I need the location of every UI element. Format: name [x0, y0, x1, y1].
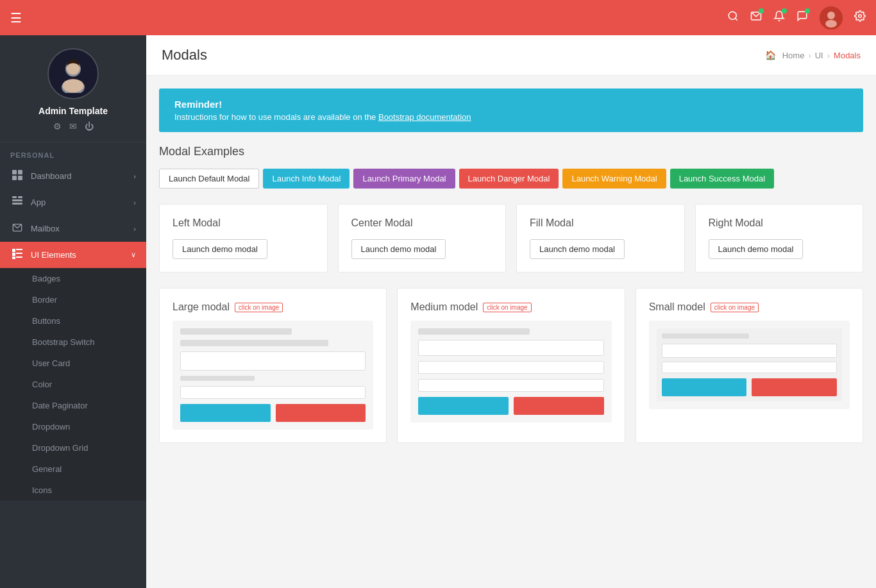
ms-box-2 — [180, 386, 366, 399]
ms-btn-blue-3 — [662, 378, 747, 396]
svg-rect-14 — [18, 170, 22, 174]
small-modal-preview[interactable] — [649, 321, 850, 409]
right-modal-card: Right Modal Launch demo modal — [695, 204, 864, 273]
avatar[interactable] — [820, 6, 843, 29]
ms-btn-blue-2 — [418, 397, 509, 415]
svg-rect-19 — [12, 203, 22, 205]
sidebar-sub-bootstrap-switch[interactable]: Bootstrap Switch — [0, 332, 146, 353]
sidebar-item-mailbox[interactable]: Mailbox › — [0, 215, 146, 242]
small-modal-badge: click on image — [711, 303, 759, 312]
mailbox-icon — [10, 223, 24, 235]
svg-rect-26 — [12, 256, 15, 259]
sidebar-sub-border[interactable]: Border — [0, 289, 146, 310]
chat-icon[interactable] — [796, 10, 808, 25]
fill-modal-card: Fill Modal Launch demo modal — [516, 204, 685, 273]
right-modal-title: Right Modal — [709, 217, 850, 229]
sidebar-item-app[interactable]: App › — [0, 189, 146, 215]
ms-btn-row-3 — [662, 378, 837, 396]
ui-elements-label: UI Elements — [31, 250, 76, 260]
sidebar: Admin Template ⚙ ✉ ⏻ PERSONAL Dashboard … — [0, 35, 146, 588]
ms-btn-red-1 — [276, 404, 366, 422]
medium-modal-card: Medium model click on image — [397, 288, 625, 443]
sidebar-sub-date-paginator[interactable]: Date Paginator — [0, 395, 146, 416]
email-icon[interactable] — [750, 10, 762, 25]
right-modal-launch-button[interactable]: Launch demo modal — [709, 239, 804, 259]
profile-email-icon[interactable]: ✉ — [69, 121, 77, 131]
sidebar-sub-icons[interactable]: Icons — [0, 480, 146, 501]
profile-power-icon[interactable]: ⏻ — [85, 121, 94, 131]
launch-success-button[interactable]: Launch Success Modal — [670, 169, 774, 189]
settings-icon[interactable] — [854, 10, 866, 25]
svg-rect-23 — [16, 249, 22, 250]
ui-elements-arrow: ∨ — [131, 251, 136, 259]
profile-avatar — [47, 48, 99, 99]
breadcrumb-current: Modals — [834, 51, 861, 60]
launch-warning-button[interactable]: Launch Warning Modal — [562, 169, 666, 189]
left-modal-launch-button[interactable]: Launch demo modal — [173, 239, 267, 259]
profile-icons: ⚙ ✉ ⏻ — [53, 121, 94, 131]
mailbox-arrow: › — [133, 225, 136, 233]
dashboard-label: Dashboard — [31, 171, 72, 181]
sidebar-item-ui-elements[interactable]: UI Elements ∨ — [0, 242, 146, 268]
svg-line-1 — [735, 18, 737, 20]
svg-rect-15 — [12, 176, 17, 180]
svg-rect-18 — [12, 199, 22, 201]
email-badge — [759, 8, 764, 13]
launch-info-button[interactable]: Launch Info Modal — [263, 169, 350, 189]
center-modal-launch-button[interactable]: Launch demo modal — [351, 239, 446, 259]
launch-primary-button[interactable]: Launch Primary Modal — [353, 169, 455, 189]
sidebar-sub-buttons[interactable]: Buttons — [0, 310, 146, 332]
sidebar-sub-user-card[interactable]: User Card — [0, 353, 146, 374]
large-modal-card: Large modal click on image — [159, 288, 387, 443]
breadcrumb-sep-1: › — [808, 51, 811, 60]
profile-name: Admin Template — [38, 106, 108, 116]
svg-rect-25 — [16, 253, 22, 254]
svg-rect-22 — [12, 249, 15, 252]
medium-modal-preview[interactable] — [410, 321, 611, 423]
svg-point-7 — [859, 15, 862, 18]
svg-rect-13 — [12, 170, 17, 174]
ms-btn-row-2 — [418, 397, 603, 415]
alert-title: Reminder! — [174, 99, 848, 110]
ms-bar-3 — [180, 376, 255, 381]
sidebar-sub-dropdown-grid[interactable]: Dropdown Grid — [0, 437, 146, 458]
large-modal-title: Large modal click on image — [173, 301, 373, 313]
bell-icon[interactable] — [773, 10, 785, 25]
dashboard-icon — [10, 170, 24, 182]
sidebar-section-personal: PERSONAL — [0, 142, 146, 163]
app-label: App — [31, 197, 46, 207]
launch-danger-button[interactable]: Launch Danger Modal — [459, 169, 559, 189]
sidebar-item-dashboard[interactable]: Dashboard › — [0, 163, 146, 189]
sidebar-sub-badges[interactable]: Badges — [0, 268, 146, 289]
menu-toggle-icon[interactable]: ☰ — [10, 10, 22, 26]
ms-btn-red-3 — [752, 378, 837, 396]
search-icon[interactable] — [727, 10, 739, 25]
breadcrumb-sep-2: › — [827, 51, 830, 60]
breadcrumb-home[interactable]: Home — [782, 51, 805, 60]
sidebar-sub-general[interactable]: General — [0, 458, 146, 480]
section-title: Modal Examples — [159, 145, 863, 158]
ms-box-5 — [418, 379, 603, 392]
profile-settings-icon[interactable]: ⚙ — [53, 121, 62, 131]
chat-badge — [805, 8, 810, 13]
page-header: Modals 🏠 Home › UI › Modals — [146, 35, 876, 76]
large-modal-preview[interactable] — [173, 321, 373, 430]
svg-rect-17 — [12, 196, 17, 198]
app-icon — [10, 196, 24, 208]
svg-point-0 — [729, 12, 736, 19]
sidebar-sub-color[interactable]: Color — [0, 374, 146, 395]
alert-link[interactable]: Bootstrap documentation — [378, 112, 471, 122]
page-title: Modals — [162, 47, 207, 63]
topbar-right — [727, 6, 866, 29]
launch-default-button[interactable]: Launch Default Modal — [159, 169, 259, 189]
small-modal-card: Small model click on image — [636, 288, 863, 443]
svg-point-6 — [825, 20, 837, 28]
content-area: Modals 🏠 Home › UI › Modals Reminder! In… — [146, 35, 876, 588]
sidebar-sub-dropdown[interactable]: Dropdown — [0, 416, 146, 437]
ms-btn-red-2 — [514, 397, 604, 415]
breadcrumb-ui[interactable]: UI — [815, 51, 823, 60]
center-modal-card: Center Modal Launch demo modal — [338, 204, 507, 273]
modal-buttons-row: Launch Default Modal Launch Info Modal L… — [159, 169, 863, 189]
fill-modal-launch-button[interactable]: Launch demo modal — [530, 239, 625, 259]
svg-rect-27 — [16, 256, 22, 258]
